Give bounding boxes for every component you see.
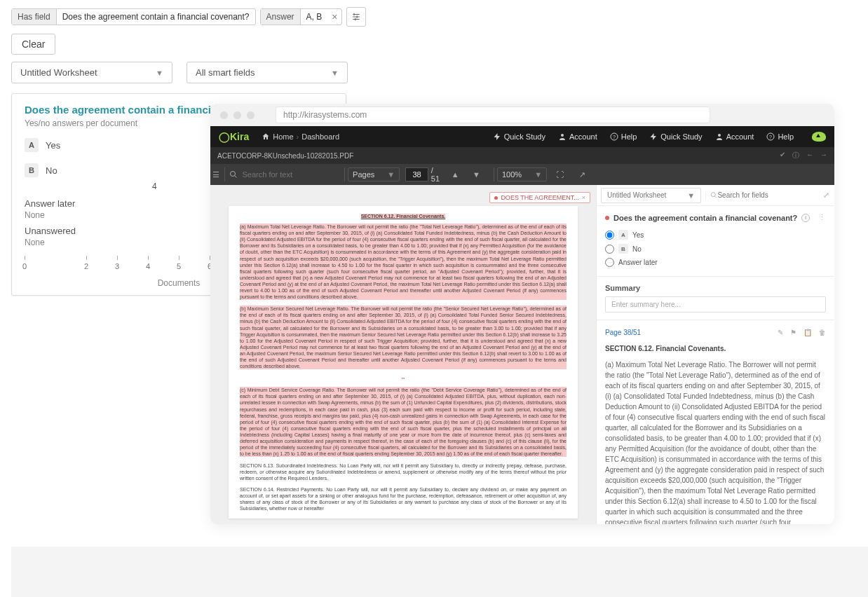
document-pane[interactable]: DOES THE AGREEMENT... × SECTION 6.12. Fi… bbox=[210, 185, 596, 303]
worksheet-dropdown[interactable]: Untitled Worksheet ▼ bbox=[11, 62, 172, 83]
open-external-icon[interactable]: ↗ bbox=[572, 165, 592, 184]
filter-has-field[interactable]: Has field Does the agreement contain a f… bbox=[11, 8, 256, 25]
info-icon[interactable]: i bbox=[801, 214, 810, 222]
summary-block: Summary Enter summary here... bbox=[597, 277, 834, 303]
axis-tick: 3 bbox=[115, 256, 119, 270]
nav-dashboard[interactable]: Dashboard bbox=[301, 132, 339, 141]
next-doc-icon[interactable]: → bbox=[820, 151, 827, 160]
lightning-icon bbox=[649, 132, 658, 141]
axis-tick: 2 bbox=[84, 256, 88, 270]
question-block: Does the agreement contain a financial c… bbox=[597, 206, 834, 277]
maximize-dot-icon[interactable] bbox=[247, 111, 255, 119]
page-up-icon[interactable]: ▲ bbox=[446, 165, 464, 184]
filter-answer[interactable]: Answer A, B × bbox=[260, 8, 343, 25]
radio-no[interactable] bbox=[605, 245, 614, 254]
radio-later[interactable] bbox=[605, 258, 614, 267]
upload-cloud-icon[interactable] bbox=[812, 132, 826, 142]
minimize-dot-icon[interactable] bbox=[233, 111, 241, 119]
svg-text:?: ? bbox=[613, 135, 616, 139]
prev-doc-icon[interactable]: ← bbox=[806, 151, 813, 160]
help-icon: ? bbox=[610, 132, 618, 141]
filter-has-field-label: Has field bbox=[12, 9, 57, 25]
bar-label: No bbox=[46, 165, 57, 176]
filter-has-field-value: Does the agreement contain a financial c… bbox=[57, 9, 255, 25]
svg-point-3 bbox=[718, 134, 721, 137]
pages-dropdown[interactable]: Pages▼ bbox=[348, 167, 400, 181]
collapse-panel-icon[interactable]: ⤢ bbox=[818, 191, 834, 200]
home-icon bbox=[262, 132, 270, 141]
address-bar[interactable]: http://kirasystems.com bbox=[276, 107, 710, 123]
page-total: / 51 bbox=[431, 166, 443, 183]
nav-home[interactable]: Home bbox=[262, 132, 293, 141]
summary-input[interactable]: Enter summary here... bbox=[605, 296, 826, 303]
sliders-icon bbox=[351, 12, 361, 22]
filter-answer-value: A, B bbox=[301, 9, 328, 25]
nav-account-2[interactable]: Account bbox=[715, 132, 754, 141]
nav-help-2[interactable]: ?Help bbox=[766, 132, 794, 141]
highlighted-text: (a) Maximum Total Net Leverage Ratio. Th… bbox=[240, 224, 567, 300]
nav-help[interactable]: ?Help bbox=[610, 132, 637, 141]
axis-tick: 0 bbox=[22, 256, 27, 270]
chevron-down-icon: ▼ bbox=[156, 69, 163, 77]
question-text: Does the agreement contain a financial c… bbox=[613, 214, 797, 222]
page-number-input[interactable]: 38 bbox=[405, 167, 428, 181]
axis-tick: 5 bbox=[177, 256, 181, 270]
highlight-chip[interactable]: DOES THE AGREEMENT... × bbox=[489, 192, 590, 203]
bar-label: Yes bbox=[46, 140, 60, 151]
kira-logo[interactable]: ◯Kira bbox=[219, 131, 249, 142]
check-icon[interactable]: ✔ bbox=[780, 151, 785, 160]
doc-toolbar: ☰ Pages▼ 38 / 51 ▲ ▼ 100%▼ ⛶ ↗ bbox=[210, 164, 834, 185]
window-controls[interactable] bbox=[220, 111, 255, 119]
side-worksheet-dropdown[interactable]: Untitled Worksheet▼ bbox=[601, 188, 701, 203]
chevron-down-icon: ▼ bbox=[331, 69, 339, 77]
side-search-input[interactable] bbox=[717, 191, 813, 199]
browser-window: http://kirasystems.com ◯Kira Home › Dash… bbox=[210, 104, 834, 303]
option-answer-later[interactable]: Answer later bbox=[605, 256, 826, 269]
svg-point-0 bbox=[561, 134, 564, 137]
page-down-icon[interactable]: ▼ bbox=[467, 165, 485, 184]
close-icon[interactable]: × bbox=[582, 194, 585, 201]
svg-text:?: ? bbox=[769, 135, 772, 139]
summary-label: Summary bbox=[605, 284, 826, 292]
filter-settings-button[interactable] bbox=[346, 7, 366, 27]
dot-icon bbox=[494, 196, 498, 200]
browser-chrome: http://kirasystems.com bbox=[210, 104, 834, 126]
pdf-page: SECTION 6.12. Financial Covenants. (a) M… bbox=[229, 206, 578, 303]
bar-key: B bbox=[25, 163, 39, 177]
info-circle-icon[interactable]: ⓘ bbox=[792, 151, 799, 160]
doc-filename: ACETOCORP-8KUnschedu-10282015.PDF bbox=[217, 152, 353, 160]
dot-icon bbox=[605, 216, 609, 220]
smartfields-dropdown-label: All smart fields bbox=[196, 67, 255, 78]
filter-answer-remove-icon[interactable]: × bbox=[327, 11, 341, 22]
smartfields-dropdown[interactable]: All smart fields ▼ bbox=[187, 62, 348, 83]
filter-row: Has field Does the agreement contain a f… bbox=[11, 7, 857, 27]
bar-value: 4 bbox=[152, 181, 157, 191]
search-icon[interactable] bbox=[228, 165, 239, 184]
side-panel: Untitled Worksheet▼ ⤢ Does the agreement… bbox=[596, 185, 834, 303]
clear-button[interactable]: Clear bbox=[11, 34, 55, 55]
user-icon bbox=[715, 132, 724, 141]
menu-button[interactable]: ☰ bbox=[210, 165, 222, 184]
doc-titlebar: ACETOCORP-8KUnschedu-10282015.PDF ✔ ⓘ ← … bbox=[210, 147, 834, 164]
search-icon bbox=[710, 191, 717, 199]
worksheet-dropdown-label: Untitled Worksheet bbox=[20, 67, 97, 78]
axis-tick: 4 bbox=[146, 256, 150, 270]
kira-header: ◯Kira Home › Dashboard Quick Study Accou… bbox=[210, 126, 834, 147]
option-no[interactable]: B No bbox=[605, 242, 826, 256]
nav-account[interactable]: Account bbox=[558, 132, 597, 141]
svg-point-8 bbox=[711, 193, 715, 197]
nav-quick-study-2[interactable]: Quick Study bbox=[649, 132, 702, 141]
filter-answer-label: Answer bbox=[261, 9, 301, 25]
nav-quick-study[interactable]: Quick Study bbox=[493, 132, 545, 141]
fit-width-icon[interactable]: ⛶ bbox=[550, 165, 569, 184]
doc-search-input[interactable] bbox=[239, 167, 341, 181]
zoom-dropdown[interactable]: 100%▼ bbox=[497, 167, 547, 181]
bar-key: A bbox=[25, 138, 39, 152]
section-title: SECTION 6.12. Financial Covenants. bbox=[361, 214, 446, 219]
svg-point-6 bbox=[231, 172, 236, 177]
option-yes[interactable]: A Yes bbox=[605, 228, 826, 242]
close-dot-icon[interactable] bbox=[220, 111, 228, 119]
radio-yes[interactable] bbox=[605, 231, 614, 240]
kebab-menu-icon[interactable]: ⋮ bbox=[818, 213, 826, 222]
svg-line-7 bbox=[235, 176, 237, 178]
